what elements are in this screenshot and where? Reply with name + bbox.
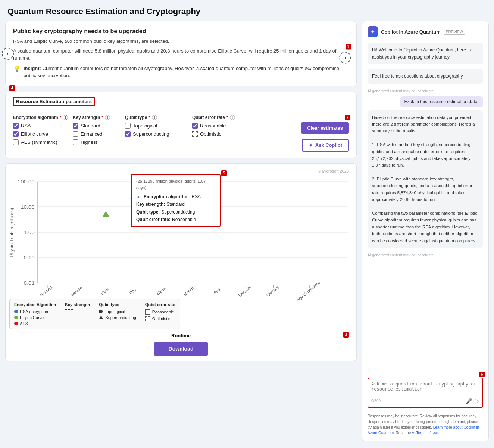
highest-checkbox[interactable]	[73, 139, 78, 145]
svg-text:Day: Day	[128, 287, 137, 295]
ask-input-area: 0/500 🎤 ▷	[368, 378, 483, 408]
standard-label: Standard	[81, 123, 100, 129]
optimistic-box	[145, 316, 150, 321]
params-card: 4 Resource Estimation parameters Encrypt…	[5, 92, 357, 158]
insight-label: Insight:	[24, 66, 41, 71]
superconducting-checkbox-row: Superconducting	[125, 131, 192, 137]
nav-left-area: ‹	[2, 48, 14, 60]
footer-note: Responses may be inaccurate. Review all …	[368, 413, 483, 436]
preview-badge: PREVIEW	[444, 29, 465, 35]
enhanced-checkbox-row: Enhanced	[73, 131, 125, 137]
col3-info-icon[interactable]: i	[152, 115, 157, 120]
legend-keystrength-group: Key strength	[65, 302, 90, 326]
svg-text:10.00: 10.00	[21, 204, 35, 209]
badge-1: 1	[346, 44, 351, 49]
sub-greeting-bubble: Feel free to ask questions about cryptog…	[368, 69, 483, 83]
next-button[interactable]: ›	[339, 51, 351, 63]
aes-checkbox-row: AES (symmetric)	[13, 139, 73, 145]
svg-text:Hour: Hour	[100, 287, 110, 295]
legend-superconducting: Superconducting	[99, 315, 136, 320]
topological-checkbox[interactable]	[125, 123, 131, 129]
prev-button[interactable]: ‹	[2, 48, 14, 60]
info-card-title: Public key cryptography needs to be upgr…	[13, 28, 349, 35]
chart-copyright: © Microsoft 2023	[318, 169, 349, 173]
svg-text:0.10: 0.10	[24, 255, 35, 260]
col3-header: Qubit type * i	[125, 115, 192, 120]
topological-checkbox-row: Topological	[125, 123, 192, 129]
svg-text:100.00: 100.00	[18, 179, 35, 184]
col4-info-icon[interactable]: i	[230, 115, 235, 120]
mic-button[interactable]: 🎤	[466, 398, 472, 404]
aes-label: AES (symmetric)	[21, 139, 57, 145]
send-button[interactable]: ▷	[475, 397, 479, 404]
aes-color-dot	[14, 322, 18, 325]
lightbulb-icon: 💡	[13, 65, 21, 72]
page-title: Quantum Resource Estimation and Cryptogr…	[0, 0, 494, 21]
reasonable-checkbox[interactable]	[192, 123, 198, 129]
chart-legend: Encryption Algorithm RSA encryption Elli…	[9, 299, 180, 329]
badge-6: 6	[479, 372, 485, 377]
greeting-bubble: Hi! Welcome to Copilot in Azure Quantum,…	[368, 43, 483, 64]
svg-text:Week: Week	[155, 286, 167, 296]
optimistic-label: Optimistic	[200, 131, 221, 137]
clear-estimates-button[interactable]: Clear estimates	[301, 122, 349, 134]
col2-info-icon[interactable]: i	[105, 115, 110, 120]
terms-link[interactable]: AI Terms of Use	[412, 431, 438, 435]
col1-info-icon[interactable]: i	[63, 115, 68, 120]
rsa-point[interactable]	[130, 192, 137, 198]
chat-messages: Hi! Welcome to Copilot in Azure Quantum,…	[368, 43, 483, 372]
elliptic-color-dot	[14, 316, 18, 319]
svg-text:Second: Second	[39, 285, 53, 297]
copilot-title: Copilot in Azure Quantum	[381, 29, 441, 35]
legend-errorrate-group: Qubit error rate Reasonable Optimistic	[145, 302, 175, 326]
rsa-label: RSA	[21, 123, 31, 129]
svg-text:Year: Year	[212, 287, 222, 295]
download-button[interactable]: Download	[154, 342, 209, 356]
topological-label: Topological	[133, 123, 157, 129]
superconducting-checkbox[interactable]	[125, 131, 131, 137]
copilot-logo: ✦	[368, 26, 378, 37]
optimistic-checkbox[interactable]	[192, 131, 198, 137]
info-card-insight: 💡 Insight: Current quantum computers do …	[13, 65, 349, 79]
standard-checkbox[interactable]	[73, 123, 78, 129]
badge-3: 3	[343, 332, 349, 338]
rsa-color-dot	[14, 310, 18, 313]
legend-topological: Topological	[99, 309, 136, 314]
legend-reasonable: Reasonable	[145, 309, 175, 315]
topological-dot	[99, 310, 103, 313]
legend-keystrength-label: Key strength	[65, 302, 90, 307]
svg-text:Minute: Minute	[70, 285, 83, 296]
svg-text:1.00: 1.00	[24, 230, 35, 235]
ai-note-2: AI generated content may be inaccurate.	[368, 253, 483, 257]
legend-keystrength-dashed	[65, 309, 90, 310]
elliptic-checkbox-row: Elliptic curve	[13, 131, 73, 137]
legend-qubittype-group: Qubit type Topological Superconducting	[99, 302, 136, 326]
elliptic-point[interactable]	[102, 211, 109, 217]
reasonable-checkbox-row: Reasonable	[192, 123, 301, 129]
reasonable-label: Reasonable	[200, 123, 226, 129]
svg-text:Age of universe: Age of universe	[295, 280, 321, 302]
info-card-text2: A scaled quantum computer will need 5.8 …	[13, 47, 349, 62]
aes-checkbox[interactable]	[13, 139, 19, 145]
chart-svg: 100.00 10.00 1.00 0.10 0.01	[17, 169, 353, 296]
ask-copilot-button[interactable]: ✦ Ask Copilot	[302, 139, 349, 152]
legend-errorrate-label: Qubit error rate	[145, 302, 175, 307]
reasonable-box	[145, 309, 150, 315]
svg-text:Month: Month	[182, 286, 195, 296]
badge-2: 2	[345, 115, 350, 120]
insight-text: Insight: Current quantum computers do no…	[24, 65, 349, 79]
legend-enc-label: Encryption Algorithm	[14, 302, 56, 307]
left-panel: Public key cryptography needs to be upgr…	[5, 21, 357, 441]
ask-input-footer: 0/500 🎤 ▷	[371, 397, 479, 404]
rsa-checkbox[interactable]	[13, 123, 19, 129]
legend-enc-group: Encryption Algorithm RSA encryption Elli…	[14, 302, 56, 326]
svg-text:Century: Century	[265, 285, 280, 297]
col3: Qubit type * i Topological Superconducti…	[125, 115, 192, 152]
svg-text:0.01: 0.01	[24, 280, 35, 285]
elliptic-checkbox[interactable]	[13, 131, 19, 137]
enhanced-checkbox[interactable]	[73, 131, 78, 137]
runtime-label: Runtime	[171, 333, 191, 338]
main-layout: Public key cryptography needs to be upgr…	[0, 21, 494, 447]
legend-optimistic: Optimistic	[145, 316, 175, 321]
ask-input[interactable]	[371, 381, 479, 395]
